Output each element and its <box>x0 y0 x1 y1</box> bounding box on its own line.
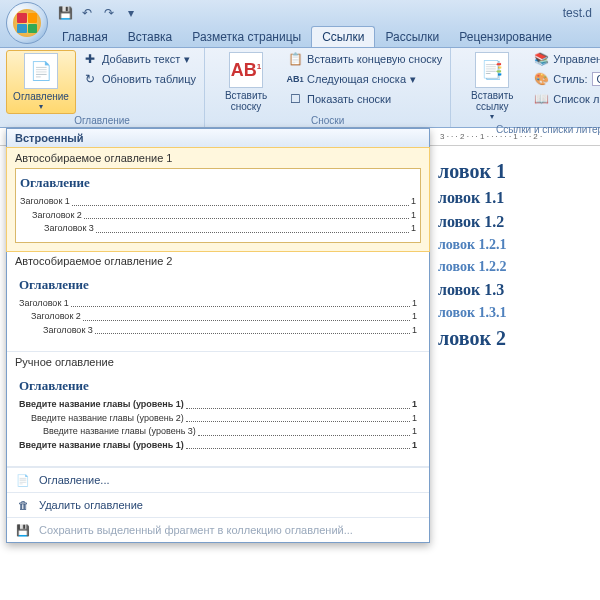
undo-icon[interactable]: ↶ <box>78 4 96 22</box>
preview-row: Заголовок 11 <box>19 297 417 311</box>
redo-icon[interactable]: ↷ <box>100 4 118 22</box>
next-footnote-button[interactable]: AB1Следующая сноска ▾ <box>285 70 444 88</box>
preview-row: Введите название главы (уровень 1)1 <box>19 398 417 412</box>
save-selection-icon: 💾 <box>15 522 31 538</box>
save-selection-command: 💾Сохранить выделенный фрагмент в коллекц… <box>7 517 429 542</box>
preview-row: Заголовок 11 <box>20 195 416 209</box>
gallery-item-name: Ручное оглавление <box>15 356 421 368</box>
toc-label: Оглавление <box>13 91 69 102</box>
group-label: Ссылки и списки литер <box>457 123 600 136</box>
titlebar: 💾 ↶ ↷ ▾ test.d <box>0 0 600 26</box>
gallery-item-name: Автособираемое оглавление 2 <box>15 255 421 267</box>
gallery-preview: ОглавлениеЗаголовок 11Заголовок 21Заголо… <box>15 168 421 243</box>
ribbon-tabs: ГлавнаяВставкаРазметка страницыСсылкиРас… <box>0 26 600 48</box>
tab-2[interactable]: Разметка страницы <box>182 27 311 47</box>
document-heading: ловок 2 <box>438 327 592 350</box>
document-area: ловок 1ловок 1.1ловок 1.2ловок 1.2.1лово… <box>430 146 600 600</box>
insert-endnote-button[interactable]: 📋Вставить концевую сноску <box>285 50 444 68</box>
save-icon[interactable]: 💾 <box>56 4 74 22</box>
preview-row: Введите название главы (уровень 2)1 <box>19 412 417 426</box>
document-heading: ловок 1.2.1 <box>438 237 592 253</box>
document-heading: ловок 1.2 <box>438 213 592 231</box>
tab-0[interactable]: Главная <box>52 27 118 47</box>
show-footnotes-button[interactable]: ☐Показать сноски <box>285 90 444 108</box>
tab-3[interactable]: Ссылки <box>311 26 375 47</box>
style-dropdown[interactable]: 🎨Стиль: Основн <box>531 70 600 88</box>
toc-icon: 📄 <box>24 53 58 89</box>
preview-title: Оглавление <box>19 277 417 293</box>
update-table-button[interactable]: ↻Обновить таблицу <box>80 70 198 88</box>
group-label: Оглавление <box>6 114 198 127</box>
next-footnote-icon: AB1 <box>287 71 303 87</box>
preview-row: Заголовок 31 <box>19 324 417 338</box>
toc-dialog-command[interactable]: 📄Оглавление... <box>7 467 429 492</box>
insert-citation-label: Вставить ссылку <box>459 90 525 112</box>
tab-5[interactable]: Рецензирование <box>449 27 562 47</box>
gallery-item[interactable]: Автособираемое оглавление 1ОглавлениеЗаг… <box>6 147 430 252</box>
dropdown-icon: ▾ <box>490 112 494 121</box>
office-button[interactable] <box>6 2 48 44</box>
dropdown-icon: ▾ <box>39 102 43 111</box>
toc-icon: 📄 <box>15 472 31 488</box>
insert-footnote-button[interactable]: AB1 Вставить сноску <box>211 50 281 114</box>
qat-dropdown-icon[interactable]: ▾ <box>122 4 140 22</box>
document-heading: ловок 1 <box>438 160 592 183</box>
gallery-item-name: Автособираемое оглавление 1 <box>15 152 421 164</box>
tab-1[interactable]: Вставка <box>118 27 183 47</box>
add-text-button[interactable]: ✚Добавить текст ▾ <box>80 50 198 68</box>
gallery-item[interactable]: Ручное оглавлениеОглавлениеВведите назва… <box>7 352 429 467</box>
window-title: test.d <box>563 6 592 20</box>
office-logo-icon <box>13 9 41 37</box>
show-icon: ☐ <box>287 91 303 107</box>
manage-icon: 📚 <box>533 51 549 67</box>
preview-row: Введите название главы (уровень 1)1 <box>19 439 417 453</box>
document-heading: ловок 1.1 <box>438 189 592 207</box>
manage-sources-button[interactable]: 📚Управление ис <box>531 50 600 68</box>
gallery-item[interactable]: Автособираемое оглавление 2ОглавлениеЗаг… <box>7 251 429 353</box>
biblio-icon: 📖 <box>533 91 549 107</box>
group-citations: 📑 Вставить ссылку ▾ 📚Управление ис 🎨Стил… <box>451 48 600 127</box>
group-label: Сноски <box>211 114 444 127</box>
citation-icon: 📑 <box>475 52 509 88</box>
toc-button[interactable]: 📄 Оглавление ▾ <box>6 50 76 114</box>
toc-gallery: Встроенный Автособираемое оглавление 1Ог… <box>6 128 430 543</box>
preview-title: Оглавление <box>20 175 416 191</box>
insert-citation-button[interactable]: 📑 Вставить ссылку ▾ <box>457 50 527 123</box>
tab-4[interactable]: Рассылки <box>375 27 449 47</box>
gallery-preview: ОглавлениеЗаголовок 11Заголовок 21Заголо… <box>15 271 421 344</box>
preview-row: Заголовок 21 <box>20 209 416 223</box>
footnote-icon: AB1 <box>229 52 263 88</box>
gallery-header: Встроенный <box>7 129 429 148</box>
preview-row: Заголовок 31 <box>20 222 416 236</box>
preview-row: Заголовок 21 <box>19 310 417 324</box>
document-heading: ловок 1.3.1 <box>438 305 592 321</box>
endnote-icon: 📋 <box>287 51 303 67</box>
document-heading: ловок 1.3 <box>438 281 592 299</box>
add-text-icon: ✚ <box>82 51 98 67</box>
ribbon: 📄 Оглавление ▾ ✚Добавить текст ▾ ↻Обнови… <box>0 48 600 128</box>
preview-title: Оглавление <box>19 378 417 394</box>
style-icon: 🎨 <box>533 71 549 87</box>
remove-icon: 🗑 <box>15 497 31 513</box>
gallery-preview: ОглавлениеВведите название главы (уровен… <box>15 372 421 458</box>
group-toc: 📄 Оглавление ▾ ✚Добавить текст ▾ ↻Обнови… <box>0 48 205 127</box>
group-footnotes: AB1 Вставить сноску 📋Вставить концевую с… <box>205 48 451 127</box>
quick-access-toolbar: 💾 ↶ ↷ ▾ <box>56 4 140 22</box>
preview-row: Введите название главы (уровень 3)1 <box>19 425 417 439</box>
remove-toc-command[interactable]: 🗑Удалить оглавление <box>7 492 429 517</box>
bibliography-button[interactable]: 📖Список литера <box>531 90 600 108</box>
document-heading: ловок 1.2.2 <box>438 259 592 275</box>
insert-footnote-label: Вставить сноску <box>213 90 279 112</box>
refresh-icon: ↻ <box>82 71 98 87</box>
